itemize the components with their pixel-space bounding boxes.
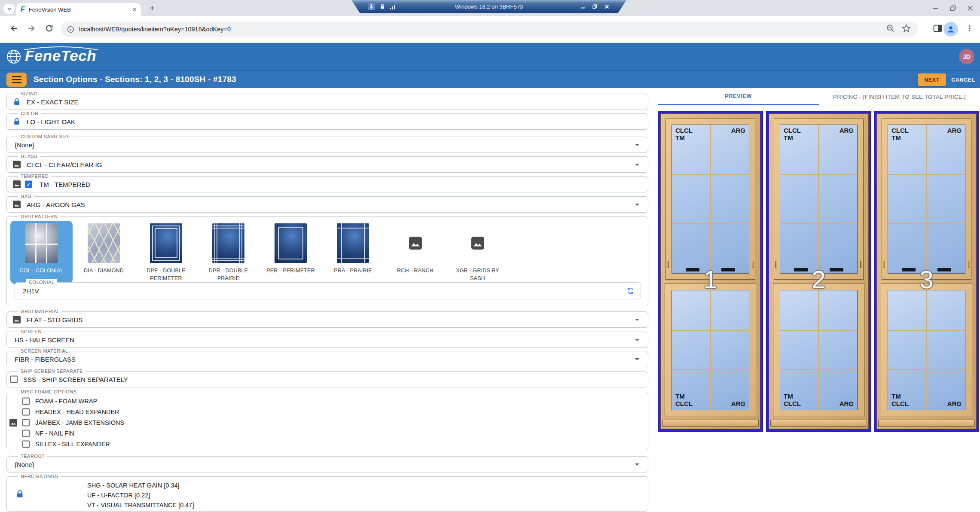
image-icon[interactable] — [13, 180, 21, 188]
preview-window-2[interactable]: CLCLTM ARG TMCLCL ARG — [766, 111, 871, 432]
field-value: EX - EXACT SIZE — [27, 98, 79, 106]
rdp-restore-icon[interactable] — [592, 4, 597, 9]
misc-option-label: FOAM - FOAM WRAP — [35, 398, 97, 405]
image-icon[interactable] — [13, 201, 21, 208]
field-tearout[interactable]: TEAROUT {None} — [6, 456, 648, 472]
ship-screen-checkbox[interactable] — [10, 376, 18, 383]
window-restore-icon[interactable] — [950, 5, 956, 11]
grid-option-colonial[interactable]: COL - COLONIAL — [10, 221, 73, 284]
tempered-checkbox[interactable]: ✓ — [25, 181, 32, 188]
field-colonial[interactable]: COLONIAL 2H1V — [15, 282, 641, 299]
grid-option-double-prairie[interactable]: DPR - DOUBLE PRAIRIE — [197, 221, 260, 284]
bottom-sash: TMCLCL ARG — [773, 283, 864, 417]
info-icon[interactable] — [67, 26, 74, 33]
forward-icon[interactable] — [27, 24, 36, 35]
glass-label-top-right: ARG — [731, 127, 745, 134]
url-text[interactable]: localhost/WEB/quotes/lineitem?oKey=10918… — [79, 26, 231, 33]
browser-toolbar: localhost/WEB/quotes/lineitem?oKey=10918… — [0, 16, 980, 43]
field-screen[interactable]: SCREEN HS - HALF SCREEN — [6, 332, 648, 348]
back-icon[interactable] — [9, 24, 19, 35]
tab-preview[interactable]: PREVIEW — [658, 88, 819, 105]
reload-icon[interactable] — [45, 24, 54, 35]
grid-option-double-perimeter[interactable]: DPE - DOUBLE PERIMETER — [135, 221, 197, 284]
grid-option-grids-by-sash[interactable]: XGR - GRIDS BY SASH — [446, 221, 509, 284]
glass-label-bottom-right: ARG — [731, 400, 745, 408]
misc-option-label: NF - NAIL FIN — [35, 430, 74, 437]
field-gas[interactable]: GAS ARG - ARGON GAS — [6, 196, 648, 213]
url-bar[interactable]: localhost/WEB/quotes/lineitem?oKey=10918… — [61, 21, 918, 37]
field-label: GRID PATTERN — [18, 213, 60, 220]
window-close-icon[interactable] — [967, 5, 973, 11]
tab-close-icon[interactable]: ✕ — [132, 6, 137, 12]
image-icon[interactable] — [13, 161, 21, 168]
next-button[interactable]: NEXT — [918, 73, 946, 86]
misc-option-row[interactable]: JAMBEX - JAMB EXTENSIONS — [7, 417, 648, 428]
field-label: SHIP SCREEN SEPARATE — [18, 368, 85, 375]
bottom-glass: TMCLCL ARG — [780, 290, 858, 410]
signal-strength-icon — [390, 4, 396, 9]
grid-option-label: DPR - DOUBLE PRAIRIE — [200, 267, 257, 282]
glass-label-top-left: CLCLTM — [891, 127, 909, 142]
misc-option-row[interactable]: HEADEX - HEAD EXPANDER — [7, 406, 648, 417]
field-ship-screen-separate[interactable]: SHIP SCREEN SEPARATE SSS - SHIP SCREEN S… — [6, 371, 648, 387]
grid-option-diamond[interactable]: DIA - DIAMOND — [73, 221, 135, 284]
bookmark-star-icon[interactable] — [902, 24, 911, 35]
preview-window-3[interactable]: CLCLTM ARG TMCLCL ARG — [874, 111, 979, 432]
grid-bar-horizontal — [888, 223, 965, 224]
field-value: TM - TEMPERED — [40, 181, 90, 188]
grid-pattern-options: COL - COLONIAL DIA - DIAMOND DPE - DOUBL… — [10, 221, 509, 284]
grid-bar-horizontal — [888, 174, 965, 175]
misc-option-row[interactable]: SILLEX - SILL EXPANDER — [7, 439, 648, 449]
browser-profile-avatar[interactable] — [943, 22, 958, 37]
dropdown-caret-icon — [635, 319, 639, 321]
tab-pricing[interactable]: PRICING - [FINISH ITEM TO SEE TOTAL PRIC… — [819, 88, 980, 105]
new-tab-button[interactable]: + — [146, 2, 158, 14]
glass-label-bottom-right: ARG — [947, 400, 962, 408]
field-tempered[interactable]: TEMPERED ✓ TM - TEMPERED — [6, 176, 648, 192]
user-avatar[interactable]: JD — [959, 49, 974, 64]
section-number: 1 — [661, 265, 760, 294]
grid-bar-horizontal — [780, 330, 857, 331]
grid-option-perimeter[interactable]: PER - PERIMETER — [260, 221, 322, 284]
jambex-checkbox[interactable] — [22, 419, 30, 426]
field-screen-material[interactable]: SCREEN MATERIAL FIBR - FIBERGLASS — [6, 351, 648, 367]
headex-checkbox[interactable] — [22, 408, 30, 415]
nf-checkbox[interactable] — [22, 430, 30, 437]
rdp-close-icon[interactable] — [604, 4, 609, 9]
bottom-sash: TMCLCL ARG — [881, 283, 972, 417]
dropdown-caret-icon — [635, 339, 639, 341]
browser-tab[interactable]: F FeneVision WEB ✕ — [16, 3, 141, 16]
field-value[interactable]: 2H1V — [23, 287, 39, 295]
field-sizing: SIZING EX - EXACT SIZE — [6, 94, 648, 110]
image-icon[interactable] — [13, 316, 21, 323]
zoom-out-icon[interactable] — [886, 24, 895, 35]
grid-option-prairie[interactable]: PRA - PRAIRIE — [322, 221, 384, 284]
window-minimize-icon[interactable] — [933, 5, 939, 11]
bottom-glass: TMCLCL ARG — [672, 290, 749, 410]
misc-option-row[interactable]: FOAM - FOAM WRAP — [7, 396, 648, 406]
rdp-minimize-icon[interactable] — [580, 4, 585, 9]
dropdown-caret-icon — [635, 358, 639, 360]
misc-option-label: JAMBEX - JAMB EXTENSIONS — [35, 419, 124, 426]
misc-option-label: HEADEX - HEAD EXPANDER — [35, 408, 119, 415]
pin-icon[interactable] — [368, 3, 375, 10]
foam-checkbox[interactable] — [22, 397, 30, 405]
side-panel-icon[interactable] — [933, 24, 942, 35]
menu-hamburger-button[interactable] — [6, 73, 27, 87]
rdp-window-controls — [580, 0, 609, 13]
tab-search-button[interactable] — [3, 4, 15, 14]
preview-window-1[interactable]: CLCLTM ARG TMCLCL ARG — [658, 111, 763, 432]
field-label: GLASS — [18, 153, 40, 160]
grid-option-ranch[interactable]: RCH - RANCH — [384, 221, 446, 284]
dropdown-caret-icon — [635, 204, 639, 206]
cancel-button[interactable]: CANCEL — [951, 73, 975, 86]
image-icon[interactable] — [9, 419, 17, 427]
field-glass[interactable]: GLASS CLCL - CLEAR/CLEAR IG — [6, 156, 648, 173]
field-color: COLOR LO - LIGHT OAK — [6, 113, 648, 130]
refresh-icon[interactable] — [626, 287, 635, 295]
field-grid-material[interactable]: GRID MATERIAL FLAT - STD GRIDS — [6, 311, 648, 328]
sillex-checkbox[interactable] — [22, 440, 30, 448]
misc-option-row[interactable]: NF - NAIL FIN — [7, 428, 648, 439]
browser-menu-dots-icon[interactable] — [966, 24, 974, 34]
field-custom-sash-size[interactable]: CUSTOM SASH SIZE {None} — [6, 137, 648, 153]
